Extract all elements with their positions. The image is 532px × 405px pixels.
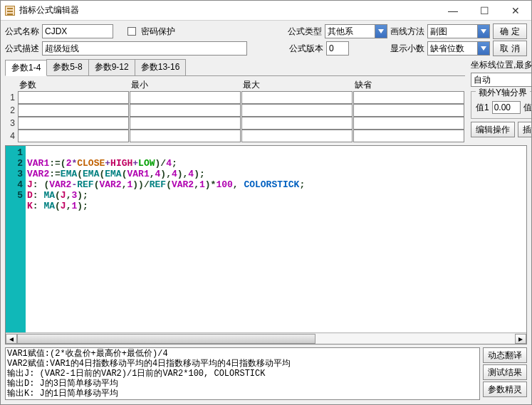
col-default: 缺省 <box>353 79 465 91</box>
scroll-right-icon[interactable]: ▸ <box>515 334 526 344</box>
titlebar: 指标公式编辑器 — ☐ ✕ <box>1 1 531 21</box>
param-name-input[interactable] <box>18 91 129 104</box>
svg-marker-1 <box>481 29 486 33</box>
chevron-down-icon[interactable] <box>477 25 489 38</box>
param-row: 4 <box>5 130 465 142</box>
chevron-down-icon[interactable] <box>375 25 387 38</box>
param-wizard-button[interactable]: 参数精灵 <box>483 382 527 397</box>
app-icon <box>5 6 15 16</box>
param-name-input[interactable] <box>18 130 129 142</box>
col-min: 最小 <box>130 79 241 91</box>
param-row: 3 <box>5 117 465 130</box>
code-content[interactable]: VAR1:=(2*CLOSE+HIGH+LOW)/4; VAR2:=EMA(EM… <box>26 146 305 332</box>
select-decimals[interactable]: 缺省位数 <box>427 41 490 56</box>
window-title: 指标公式编辑器 <box>19 4 437 16</box>
param-default-input[interactable] <box>353 104 464 117</box>
param-min-input[interactable] <box>130 104 241 117</box>
param-max-input[interactable] <box>241 91 353 104</box>
scroll-left-icon[interactable]: ◂ <box>6 334 17 344</box>
col-param: 参数 <box>18 79 130 91</box>
label-formula-desc: 公式描述 <box>5 43 39 55</box>
input-formula-name[interactable]: CJDX <box>42 24 113 38</box>
input-formula-desc[interactable]: 超级短线 <box>42 41 247 56</box>
explanation-box[interactable]: VAR1赋值:(2*收盘价+最高价+最低价)/4 VAR2赋值:VAR1的4日指… <box>5 347 480 400</box>
param-index: 4 <box>5 131 18 141</box>
select-formula-type[interactable]: 其他系 <box>325 24 387 38</box>
label-formula-ver: 公式版本 <box>289 43 323 55</box>
select-decimals-value: 缺省位数 <box>430 43 464 55</box>
select-draw-method[interactable]: 副图 <box>427 24 490 38</box>
col-max: 最大 <box>241 79 353 91</box>
param-default-input[interactable] <box>353 130 464 142</box>
label-pwd-protect: 密码保护 <box>141 26 175 38</box>
param-name-input[interactable] <box>18 104 129 117</box>
code-gutter: 1 2 3 4 5 <box>6 146 26 332</box>
tab-params-1-4[interactable]: 参数1-4 <box>5 60 47 76</box>
select-formula-type-value: 其他系 <box>328 26 353 38</box>
dyn-trans-button[interactable]: 动态翻译 <box>483 347 527 363</box>
select-draw-method-value: 副图 <box>430 26 447 38</box>
svg-marker-0 <box>378 29 384 33</box>
insert-fn-button[interactable]: 插入函数 <box>518 122 532 137</box>
input-coord-lines[interactable]: 自动 <box>471 73 532 87</box>
param-min-input[interactable] <box>130 117 241 130</box>
param-default-input[interactable] <box>353 117 464 130</box>
param-min-input[interactable] <box>130 130 241 142</box>
edit-op-button[interactable]: 编辑操作 <box>471 122 515 137</box>
param-name-input[interactable] <box>18 117 129 130</box>
tab-params-13-16[interactable]: 参数13-16 <box>135 59 187 75</box>
tab-params-9-12[interactable]: 参数9-12 <box>88 59 135 75</box>
code-hscrollbar[interactable]: ◂ ▸ <box>6 332 526 344</box>
param-row: 1 <box>5 91 465 104</box>
label-show-decimals: 显示小数 <box>390 43 424 55</box>
close-button[interactable]: ✕ <box>500 1 531 21</box>
params-panel: 参数1-4 参数5-8 参数9-12 参数13-16 参数 最小 最大 缺省 1… <box>5 59 465 142</box>
test-result-button[interactable]: 测试结果 <box>483 364 527 380</box>
label-v1: 值1 <box>476 102 489 114</box>
input-formula-ver[interactable]: 0 <box>326 41 349 56</box>
input-v1[interactable] <box>492 101 521 114</box>
tab-params-5-8[interactable]: 参数5-8 <box>46 59 88 75</box>
param-index: 2 <box>5 105 18 115</box>
label-draw-method: 画线方法 <box>390 26 424 38</box>
param-min-input[interactable] <box>130 91 241 104</box>
label-v2: 值2 <box>523 102 532 114</box>
chevron-down-icon[interactable] <box>477 42 489 55</box>
svg-marker-2 <box>481 46 486 51</box>
scroll-thumb[interactable] <box>17 334 315 344</box>
label-formula-name: 公式名称 <box>5 26 39 38</box>
extra-y-group: 额外Y轴分界 值1 值2 值3 值4 <box>471 91 532 119</box>
param-max-input[interactable] <box>241 104 353 117</box>
ok-button[interactable]: 确 定 <box>493 23 527 39</box>
extra-y-legend: 额外Y轴分界 <box>476 87 530 99</box>
coord-title: 坐标线位置,最多6个,用分号分隔 <box>471 59 532 71</box>
minimize-button[interactable]: — <box>437 1 469 21</box>
label-formula-type: 公式类型 <box>288 26 322 38</box>
param-index: 3 <box>5 118 18 128</box>
coord-group: 坐标线位置,最多6个,用分号分隔 自动 <box>471 59 532 87</box>
code-editor[interactable]: 1 2 3 4 5 VAR1:=(2*CLOSE+HIGH+LOW)/4; VA… <box>5 145 527 344</box>
cancel-button[interactable]: 取 消 <box>493 41 527 56</box>
param-row: 2 <box>5 104 465 117</box>
checkbox-pwd-protect[interactable] <box>127 27 136 36</box>
param-max-input[interactable] <box>241 117 353 130</box>
param-default-input[interactable] <box>353 91 464 104</box>
param-max-input[interactable] <box>241 130 353 142</box>
maximize-button[interactable]: ☐ <box>469 1 500 21</box>
param-index: 1 <box>5 93 18 102</box>
